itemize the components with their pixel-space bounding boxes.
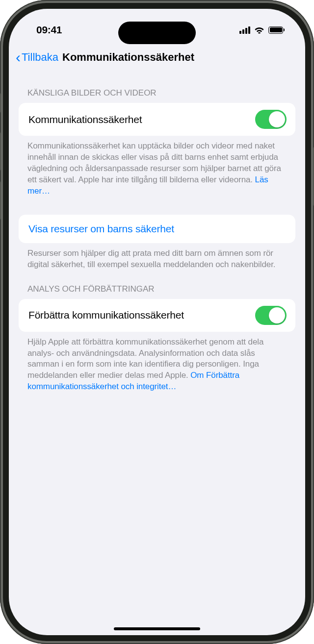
section-footer-resources: Resurser som hjälper dig att prata med d… bbox=[19, 243, 295, 271]
navigation-bar: ‹ Tillbaka Kommunikationssäkerhet bbox=[9, 43, 305, 70]
volume-down-button bbox=[0, 181, 1, 220]
side-button bbox=[0, 93, 1, 113]
cell-group-improve: Förbättra kommunikationssäkerhet bbox=[19, 299, 295, 332]
volume-up-button bbox=[0, 132, 1, 171]
back-button[interactable]: ‹ Tillbaka bbox=[16, 50, 58, 65]
status-icons bbox=[239, 26, 285, 34]
device-frame: 09:41 ‹ Tillbaka bbox=[0, 0, 314, 644]
chevron-left-icon: ‹ bbox=[16, 50, 21, 65]
footer-text: Resurser som hjälper dig att prata med d… bbox=[27, 248, 275, 269]
cell-label: Kommunikationssäkerhet bbox=[28, 114, 142, 125]
cellular-signal-icon bbox=[239, 26, 250, 34]
section-footer-analytics: Hjälp Apple att förbättra kommunikations… bbox=[19, 332, 295, 393]
section-header-analytics: ANALYS OCH FÖRBÄTTRINGAR bbox=[19, 271, 295, 299]
wifi-icon bbox=[254, 26, 264, 34]
section-header-sensitive: KÄNSLIGA BILDER OCH VIDEOR bbox=[19, 70, 295, 103]
cell-link-label: Visa resurser om barns säkerhet bbox=[28, 223, 174, 235]
section-footer-sensitive: Kommunikationssäkerhet kan upptäcka bild… bbox=[19, 136, 295, 197]
back-label: Tillbaka bbox=[22, 51, 58, 64]
cell-improve-toggle[interactable]: Förbättra kommunikationssäkerhet bbox=[19, 299, 295, 332]
cell-comm-safety-toggle[interactable]: Kommunikationssäkerhet bbox=[19, 103, 295, 136]
cell-show-resources[interactable]: Visa resurser om barns säkerhet bbox=[19, 215, 295, 243]
toggle-knob bbox=[269, 307, 285, 323]
dynamic-island bbox=[118, 22, 196, 44]
screen: 09:41 ‹ Tillbaka bbox=[9, 9, 305, 635]
cell-label: Förbättra kommunikationssäkerhet bbox=[28, 309, 184, 321]
battery-icon bbox=[268, 26, 285, 34]
settings-content: KÄNSLIGA BILDER OCH VIDEOR Kommunikation… bbox=[9, 70, 305, 393]
cell-group-comm-safety: Kommunikationssäkerhet bbox=[19, 103, 295, 136]
improve-toggle[interactable] bbox=[255, 306, 287, 325]
toggle-knob bbox=[269, 111, 285, 127]
status-time: 09:41 bbox=[36, 24, 62, 36]
page-title: Kommunikationssäkerhet bbox=[62, 51, 194, 64]
cell-group-resources: Visa resurser om barns säkerhet bbox=[19, 215, 295, 243]
footer-text: Kommunikationssäkerhet kan upptäcka bild… bbox=[27, 141, 281, 184]
home-indicator[interactable] bbox=[114, 627, 200, 630]
comm-safety-toggle[interactable] bbox=[255, 110, 287, 129]
